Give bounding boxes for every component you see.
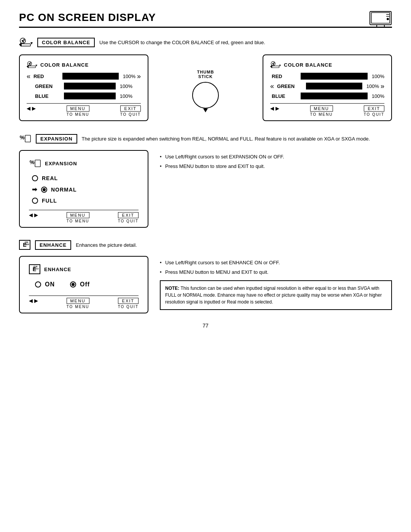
svg-marker-19 (27, 65, 29, 68)
green-bar (64, 83, 116, 89)
enhance-osd-icon: E ONOFF (29, 264, 40, 274)
green-bar-right (306, 83, 362, 89)
enhance-description: Enhances the picture detail. (76, 242, 137, 248)
thumbstick-label: THUMB STICK (197, 70, 214, 79)
enhance-bullet-1: Use Left/Right cursors to set ENHANCE ON… (160, 260, 392, 265)
thumbstick-area: THUMB STICK (148, 54, 263, 109)
on-option: ON (35, 281, 55, 288)
red-bar-right (301, 73, 368, 80)
enhance-note-box: NOTE: This function can be used when inp… (160, 280, 392, 310)
normal-arrow: ➡ (32, 186, 37, 193)
osd-right-footer: ◀ ▶ MENU TO MENU EXIT TO QUIT (270, 103, 384, 117)
green-arrow-row-right: « GREEN 100% » (270, 83, 384, 89)
enhance-intro: E ONOFF ENHANCE Enhances the picture det… (19, 240, 392, 250)
expansion-description: The picture size is expanded when switch… (82, 136, 370, 142)
green-row-right: GREEN 100% (277, 83, 379, 89)
thumbstick-circle (192, 82, 219, 109)
svg-point-7 (387, 18, 389, 20)
expansion-intro: % EXPANSION The picture size is expanded… (19, 133, 392, 144)
off-option: Off (70, 281, 90, 288)
color-balance-osd-right: COLOR BALANCE RED 100% « GREEN 100% » BL… (263, 54, 392, 121)
normal-radio (41, 187, 47, 193)
enhance-bullet-2: Press MENU button to MENU and EXIT to qu… (160, 269, 392, 275)
expansion-footer-menu: MENU TO MENU (67, 212, 89, 223)
osd-right-header: COLOR BALANCE (270, 61, 384, 69)
red-arrow-right: » (137, 73, 141, 80)
blue-bar (64, 93, 116, 99)
footer-exit: EXIT TO QUIT (120, 105, 141, 117)
svg-point-18 (29, 64, 30, 65)
svg-marker-13 (30, 42, 33, 45)
green-arrow-right-right: » (381, 83, 384, 89)
svg-point-10 (23, 39, 25, 41)
expansion-osd-icon: % (29, 158, 41, 168)
enhance-footer-menu: MENU TO MENU (67, 298, 89, 309)
expansion-bullet-1: Use Left/Right cursors to set EXPANSION … (160, 154, 392, 160)
title-divider (19, 27, 392, 28)
expansion-title: % EXPANSION (29, 158, 139, 168)
enhance-title: E ONOFF ENHANCE (29, 264, 139, 274)
footer-menu: MENU TO MENU (67, 105, 89, 117)
color-balance-intro: COLOR BALANCE Use the CURSOR to change t… (19, 37, 392, 48)
off-radio (70, 281, 76, 288)
svg-point-11 (22, 41, 24, 43)
expansion-osd: % EXPANSION REAL ➡ NORMAL FULL ◀ ▶ MENU … (19, 150, 148, 228)
expansion-icon: % (19, 133, 31, 144)
footer-nav-arrows: ◀ ▶ (27, 105, 36, 117)
svg-text:%: % (30, 159, 35, 165)
svg-rect-28 (272, 66, 279, 68)
enhance-footer-exit: EXIT TO QUIT (118, 298, 139, 309)
svg-point-24 (274, 62, 275, 64)
expansion-footer-exit: EXIT TO QUIT (118, 212, 139, 223)
enhance-footer-arrows: ◀ ▶ (29, 298, 38, 309)
color-balance-icon (19, 37, 33, 48)
blue-row: BLUE 100% (27, 93, 141, 99)
svg-marker-26 (270, 65, 272, 68)
osd-left-header: COLOR BALANCE (27, 61, 141, 69)
green-row: GREEN 100% (27, 83, 141, 89)
red-arrow-row: « RED 100% » (27, 73, 141, 80)
page-number: 77 (19, 323, 392, 329)
monitor-icon (369, 11, 392, 28)
footer-exit-right: EXIT TO QUIT (364, 105, 384, 117)
green-arrow-left-right: « (270, 83, 274, 89)
enhance-panels: E ONOFF ENHANCE ON Off ◀ ▶ MENU TO MENU (19, 256, 392, 313)
red-arrow-left: « (27, 73, 30, 80)
red-row: RED 100% (33, 73, 135, 80)
svg-point-25 (273, 64, 274, 65)
svg-rect-14 (21, 44, 30, 46)
svg-rect-30 (25, 135, 30, 142)
blue-row-right: BLUE 100% (270, 93, 384, 99)
svg-marker-20 (35, 65, 37, 67)
on-radio (35, 281, 41, 288)
svg-rect-32 (35, 160, 40, 167)
page-title: PC ON SCREEN DISPLAY (19, 11, 392, 24)
real-radio (32, 175, 38, 181)
enhance-badge: ENHANCE (35, 240, 71, 250)
svg-text:%: % (20, 134, 25, 141)
svg-marker-27 (279, 65, 281, 67)
osd-icon-right (270, 61, 281, 69)
footer-nav-arrows-right: ◀ ▶ (270, 105, 279, 117)
expansion-footer-arrows: ◀ ▶ (29, 212, 38, 223)
enhance-radio-row: ON Off (29, 281, 139, 288)
full-row: FULL (29, 198, 139, 204)
enhance-e-icon: E ONOFF (19, 240, 30, 250)
blue-bar-right (301, 93, 368, 99)
expansion-panels: % EXPANSION REAL ➡ NORMAL FULL ◀ ▶ MENU … (19, 150, 392, 228)
expansion-osd-footer: ◀ ▶ MENU TO MENU EXIT TO QUIT (29, 210, 139, 223)
osd-icon-left (27, 61, 37, 69)
real-row: REAL (29, 175, 139, 181)
expansion-bullet-2: Press MENU button to store and EXIT to q… (160, 163, 392, 169)
enhance-notes: Use Left/Right cursors to set ENHANCE ON… (160, 256, 392, 310)
enhance-osd: E ONOFF ENHANCE ON Off ◀ ▶ MENU TO MENU (19, 256, 148, 313)
footer-menu-right: MENU TO MENU (310, 105, 333, 117)
color-balance-badge: COLOR BALANCE (37, 38, 95, 47)
svg-point-17 (30, 62, 31, 64)
color-balance-description: Use the CURSOR to change the COLOR BALAN… (99, 40, 265, 45)
color-balance-panels: COLOR BALANCE « RED 100% » GREEN 100% BL… (19, 54, 392, 121)
enhance-osd-footer: ◀ ▶ MENU TO MENU EXIT TO QUIT (29, 296, 139, 309)
osd-left-footer: ◀ ▶ MENU TO MENU EXIT TO QUIT (27, 103, 141, 117)
full-radio (32, 198, 38, 204)
svg-rect-1 (371, 13, 390, 23)
